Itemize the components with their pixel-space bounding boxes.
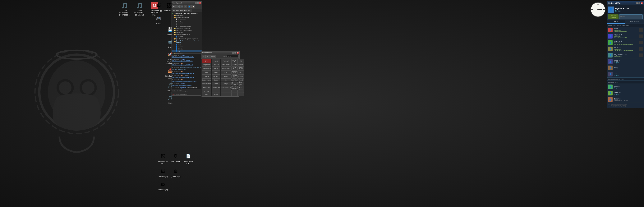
sb-btn-sbba[interactable]: Sbba [220,70,231,74]
sb-maximize-btn[interactable]: □ [234,52,236,54]
steam-search-input[interactable] [619,14,643,19]
sb-btn-bebenom[interactable]: BéBé Nam [238,82,244,86]
sb-btn-tplecte[interactable]: Tp Lecte [238,74,244,78]
sb-btn-chacone[interactable]: Chacone [202,74,212,78]
ts-channel-bureau[interactable]: 📢 ## Bureau Oyobun [172,25,202,27]
ts-tb-btn6[interactable]: 📋 [192,5,195,8]
ts-tb-btn4[interactable]: ⚙ [184,5,187,8]
sb-tb-icons[interactable]: ≡ [202,55,206,58]
ts-channel-raid[interactable]: 📢 ## Raid [172,21,202,23]
sb-btn-baillze[interactable]: Baillze [212,82,220,86]
ts-channel-wow[interactable]: 📁 [World Of Warcraft] [172,17,202,19]
ts-server-name[interactable]: ● TeamSpeak : [My Boss My Aniki] [172,12,202,14]
ts-channel-gta5[interactable]: 📁 [Grand Theft Auto V] [172,34,202,36]
sb-btn-alapofiu[interactable]: AlAPoFiu [231,78,238,82]
sb-btn-rahan[interactable]: Rahan [220,74,231,78]
sb-btn-cartex[interactable]: Cartex [212,78,220,82]
sb-btn-zastro[interactable]: Zastro [212,70,220,74]
steam-tab-amis[interactable]: AMIS [607,20,626,24]
sb-minimize-btn[interactable]: ─ [232,52,234,54]
sb-btn-tg[interactable]: TG [238,59,244,63]
steam-contact-zephireo2[interactable]: 👤 Zephireo Absent depuis 2 heures [607,96,644,103]
desktop-icon-sans[interactable]: 🖼 Sans..jpg [153,1,164,13]
desktop-icon-audio1[interactable]: 🎵 Audio24-07-2015 ...24-07-2015 ... [118,1,131,17]
desktop-icon-quiche3[interactable]: 🖼 Quiche 3.jpg [170,167,181,178]
ts-user-arvy[interactable]: 👤 Arvy [172,44,202,46]
sb-btn-appelflaire[interactable]: Appel Flaire [202,86,212,90]
sb-btn-test[interactable]: TEST [238,86,244,90]
sb-btn-chadgod[interactable]: Chad God [212,63,220,66]
desktop-icon-quiche2[interactable]: 🖼 Quiche 2.jpg [157,167,169,178]
desktop-icon-ayn[interactable]: 🖼 ayn638w_700b... [157,152,169,166]
sb-btn-gohome[interactable]: Go home [231,63,238,66]
ts-tb-btn5[interactable]: 👥 [188,5,191,8]
desktop-icon-quiche7[interactable]: 🖼 Quiche 7.jpg [157,180,169,192]
steam-friend-mca[interactable]: 👤 MCA Absent [607,65,644,71]
steam-tab-groupes[interactable]: GROUPES [626,20,644,24]
ts-channel-boudoir[interactable]: 📁 [Le Boudoir d'Argan et Agathe <] [172,38,202,40]
sb-btn-alarm[interactable]: ALARM GoGol [238,66,244,70]
steam-friend-kasz[interactable]: 👤 KASZ ✦ En ligne [607,58,644,65]
ts-tb-btn1[interactable]: ▶ [172,5,176,8]
sb-btn-bone[interactable]: Bône [202,93,212,96]
sb-tb-grid[interactable]: ⊞ [206,55,210,58]
steam-friend-cob[interactable]: 👤 Cob En ligne [607,71,644,78]
steam-contact-aggaror[interactable]: 👤 aggaror En ligne [607,84,644,90]
sb-btn-laenita[interactable]: Laenita BATAR [231,86,238,90]
ts-user-wat[interactable]: 👤 Wat' [172,50,202,52]
ts-tb-btn2[interactable]: 🎤 [176,5,180,8]
sb-btn-spider[interactable]: Spider Cochan [202,78,212,82]
sb-btn-yona[interactable]: Yona [202,70,212,74]
ts-tab-myboss[interactable]: [My Boss My Aniki] [2.0 ✕ [172,9,192,12]
sb-btn-etpa[interactable]: EtPaChcocapc [202,82,212,86]
sb-btn-gaby[interactable]: Gaby [212,93,220,96]
sb-btn-tesdeg[interactable]: T'es Dég ? [220,59,231,63]
desktop-icon-bookmarks[interactable]: 📄 bookmarks-201... [182,152,194,166]
ts-close-btn[interactable]: ✕ [199,2,201,4]
steam-friend-ariey[interactable]: 👤 Ariey Dans un jeuEuropu Universalis IV [607,27,644,33]
sb-btn-renpc[interactable]: Renpc Auton [202,63,212,66]
ts-channel-salle[interactable]: 📁 [> La Salle des cartes de Léo et Arvy … [172,40,202,44]
steam-contact-zephireo1[interactable]: 👤 Zephireo En ligne [607,90,644,96]
steam-friend-vinyable[interactable]: 👤 Vinyable ✦ Dans un jeuCounter-Strike: … [607,40,644,46]
sb-btn-2ree[interactable]: 2Ree Plus [231,66,238,70]
ts-channel-lol[interactable]: 📁 [League of Legends] [172,27,202,29]
ts-user-azachel2[interactable]: 👤 Azachel [172,46,202,48]
ts-channel-afk[interactable]: 📁 >>[AFK]<< [172,52,202,54]
ts-user-sylvain[interactable]: 👤 Sylvain [172,48,202,50]
sb-btn-sylvainlove[interactable]: Sylvain#Love [212,86,220,90]
ts-channel-instance[interactable]: 📢 ## Instance [172,19,202,21]
steam-close-btn[interactable]: ✕ [641,2,643,4]
sb-close-btn[interactable]: ✕ [237,52,239,54]
ts-channel-minecraft[interactable]: 📁 [Minecraft] [172,32,202,34]
sb-send-btn[interactable]: Send [210,55,216,58]
ts-user-azachel1[interactable]: 👤 Azachel [172,36,202,38]
sb-btn-fermetg[interactable]: Ferme TG [231,59,238,63]
steam-friend-vegeta[interactable]: 👤 VEGETA Dans un jeuCounter-Strike: Glob… [607,46,644,52]
sb-btn-incou[interactable]: Incou Merde [220,63,231,66]
sb-btn-nanja[interactable]: Nanja [220,82,231,86]
desktop-icon-quiche[interactable]: 🖼 Quiche.jpg [170,152,181,166]
ts-channel-bienvenue[interactable]: 📁 Bienvenue [172,14,202,17]
ts-maximize-btn[interactable]: □ [197,2,199,4]
sb-btn-broleo[interactable]: BRO LEO [212,74,220,78]
ts-message-input[interactable] [172,90,201,92]
ts-minimize-btn[interactable]: ─ [195,2,197,4]
ts-tb-btn3[interactable]: 🔊 [180,5,184,8]
sb-btn-stop[interactable]: STOP [202,59,212,63]
sb-btn-arvyint[interactable]: ArvyINT JCélle [231,70,238,74]
desktop-icon-game[interactable]: 🎮 Game [153,14,164,26]
sb-btn-rigol[interactable]: Rigol Permua [220,66,231,70]
desktop-icon-audio2[interactable]: 🎵 Audio24-07-2015 ...20-12..mp3 [133,1,146,17]
sb-btn-popo[interactable]: POPOPOOOO0 [220,86,231,90]
steam-maximize-btn[interactable]: □ [638,2,640,4]
sb-btn-quid[interactable]: QuidDemand [202,66,212,70]
sb-btn-inform[interactable]: INFORM [238,63,244,66]
ts-channel-hots[interactable]: 📁 [Heroes Of The Storm] [172,29,202,32]
sb-btn-salut[interactable]: Salut [212,59,220,63]
sb-btn-gay[interactable]: GAY [238,70,244,74]
sb-btn-nlor[interactable]: nlor [220,78,231,82]
sb-search-input[interactable] [227,55,239,58]
steam-minimize-btn[interactable]: ─ [636,2,638,4]
steam-friend-qqm[interactable]: 👤 >>QQm= BIO << Dans un jeu... [607,52,644,58]
